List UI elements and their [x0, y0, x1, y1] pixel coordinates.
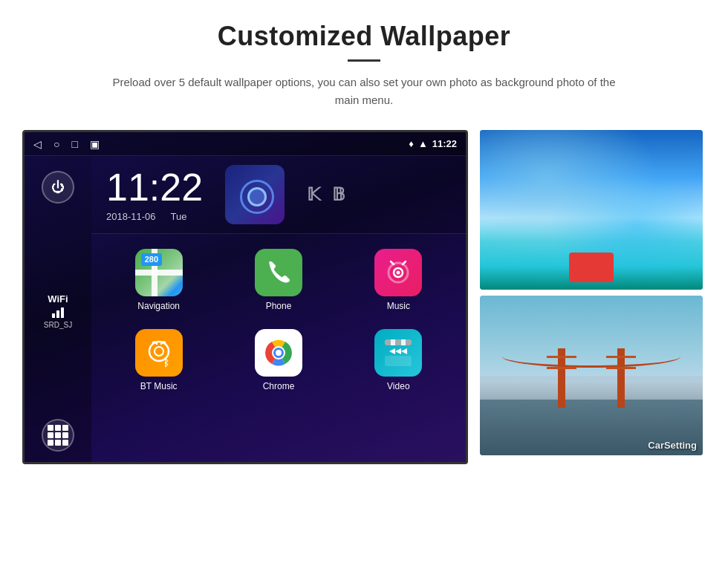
screenshot-icon[interactable]: ▣: [90, 138, 100, 150]
wallpaper-ice[interactable]: [480, 130, 703, 290]
clock-extras: 𝕂 𝔹: [307, 184, 345, 205]
app-label-btmusic: BT Music: [140, 381, 178, 391]
app-label-navigation: Navigation: [137, 301, 180, 311]
app-item-music[interactable]: Music: [339, 240, 458, 320]
navigation-icon: 280: [135, 249, 183, 296]
app-item-chrome[interactable]: Chrome: [218, 320, 338, 400]
clock-date: 2018-11-06 Tue: [106, 211, 203, 222]
title-divider: [348, 59, 380, 62]
app-label-phone: Phone: [266, 301, 292, 311]
grid-icon: [48, 425, 68, 446]
device-preview: [569, 253, 614, 282]
svg-point-2: [397, 271, 400, 275]
video-icon: [374, 329, 422, 377]
wallpaper-bridge[interactable]: CarSetting: [480, 296, 703, 455]
page-title: Customized Wallpaper: [218, 21, 511, 52]
app-item-phone[interactable]: Phone: [218, 240, 338, 320]
left-sidebar: ⏻ WiFi SRD_SJ: [25, 156, 91, 464]
bridge-tower-right: [617, 348, 625, 408]
svg-rect-13: [406, 339, 412, 345]
app-label-music: Music: [387, 301, 410, 311]
svg-text:ᛒ: ᛒ: [163, 357, 169, 368]
svg-rect-11: [385, 339, 391, 345]
wallpaper-label-carsetting: CarSetting: [648, 440, 697, 451]
power-button[interactable]: ⏻: [42, 171, 74, 204]
location-icon: ♦: [409, 138, 414, 149]
status-time: 11:22: [432, 138, 457, 149]
app-drawer-button[interactable]: [42, 419, 74, 452]
b-badge: 𝔹: [332, 184, 345, 205]
screen-body: ⏻ WiFi SRD_SJ: [25, 156, 466, 464]
btmusic-icon: ᛒ: [135, 329, 183, 377]
page-container: Customized Wallpaper Preload over 5 defa…: [0, 0, 728, 563]
svg-rect-14: [385, 356, 412, 366]
wifi-signal-icon: ▲: [418, 138, 428, 149]
status-right: ♦ ▲ 11:22: [409, 138, 457, 149]
chrome-icon: [255, 329, 302, 377]
content-area: ◁ ○ □ ▣ ♦ ▲ 11:22 ⏻ WiFi: [22, 130, 706, 464]
bridge-towers: [558, 348, 625, 408]
clock-info: 11:22 2018-11-06 Tue: [106, 168, 203, 222]
page-subtitle: Preload over 5 default wallpaper options…: [104, 74, 624, 109]
app-grid: 280 Navigation Ph: [91, 234, 466, 406]
svg-point-9: [276, 350, 282, 356]
svg-point-4: [155, 347, 163, 356]
app-label-video: Video: [387, 381, 409, 391]
phone-icon: [255, 249, 302, 296]
ki-badge: 𝕂: [307, 184, 320, 205]
svg-rect-12: [395, 339, 401, 345]
app-item-navigation[interactable]: 280 Navigation: [99, 240, 218, 320]
wifi-bar-3: [61, 307, 64, 318]
android-screen: ◁ ○ □ ▣ ♦ ▲ 11:22 ⏻ WiFi: [22, 130, 468, 464]
clock-date-value: 2018-11-06: [106, 211, 156, 222]
wifi-section: WiFi SRD_SJ: [44, 293, 72, 329]
wifi-bars: [52, 307, 64, 318]
wifi-bar-2: [56, 310, 59, 318]
app-label-chrome: Chrome: [263, 381, 295, 391]
clock-area: 11:22 2018-11-06 Tue 𝕂 𝔹: [91, 156, 466, 234]
back-icon[interactable]: ◁: [33, 138, 42, 150]
main-content: 11:22 2018-11-06 Tue 𝕂 𝔹: [91, 156, 466, 464]
recents-icon[interactable]: □: [71, 138, 77, 150]
app-item-btmusic[interactable]: ᛒ BT Music: [99, 320, 218, 400]
wallpaper-stack: CarSetting: [480, 130, 703, 455]
signal-icon: [236, 176, 273, 213]
clock-time: 11:22: [106, 168, 203, 206]
music-icon: [374, 249, 422, 296]
signal-widget: [225, 165, 285, 224]
map-badge: 280: [141, 253, 162, 266]
clock-day-value: Tue: [171, 211, 187, 222]
wifi-bar-1: [52, 313, 55, 318]
nav-icons: ◁ ○ □ ▣: [33, 138, 100, 150]
home-icon[interactable]: ○: [53, 138, 59, 150]
app-item-video[interactable]: Video: [339, 320, 458, 400]
bridge-tower-left: [558, 348, 565, 408]
wifi-ssid: SRD_SJ: [44, 321, 72, 329]
wifi-label: WiFi: [48, 293, 68, 305]
status-bar: ◁ ○ □ ▣ ♦ ▲ 11:22: [25, 132, 466, 156]
